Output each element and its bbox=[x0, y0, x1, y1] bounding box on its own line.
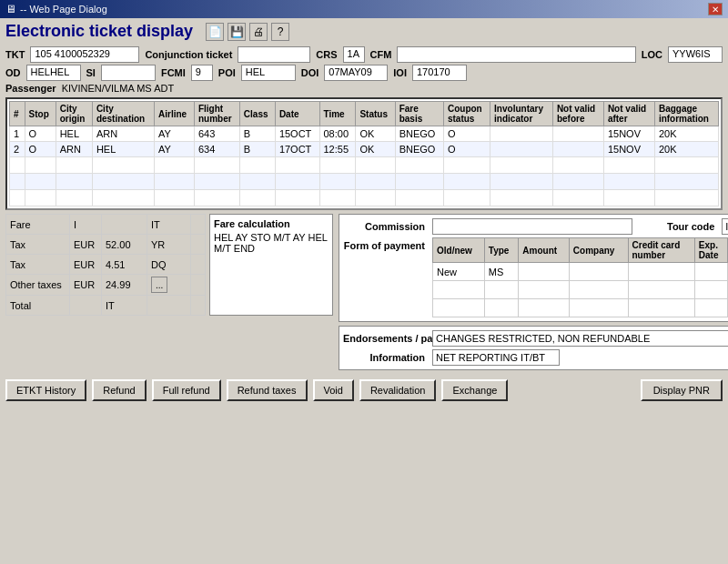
fcmi-value: 9 bbox=[191, 65, 213, 81]
poi-value: HEL bbox=[241, 65, 296, 81]
endorsements-label: Endorsements / payment restrictions bbox=[343, 333, 425, 344]
doi-label: DOI bbox=[301, 67, 319, 78]
flight-cell: 643 bbox=[194, 126, 239, 142]
flight-cell: 15NOV bbox=[603, 126, 654, 142]
commission-section: Commission Tour code Form of payment Old… bbox=[339, 214, 728, 322]
passenger-row: Passenger KIVINEN/VILMA MS ADT bbox=[5, 83, 723, 94]
flight-cell: O bbox=[25, 142, 56, 157]
display-pnr-button[interactable]: Display PNR bbox=[641, 379, 723, 401]
flight-cell: 15OCT bbox=[275, 126, 319, 142]
col-status: Status bbox=[356, 102, 395, 126]
passenger-label: Passenger bbox=[5, 83, 56, 94]
title-bar-text: -- Web Page Dialog bbox=[20, 4, 107, 15]
fare-extra bbox=[191, 255, 206, 275]
exchange-button[interactable]: Exchange bbox=[441, 379, 508, 401]
bottom-buttons: ETKT History Refund Full refund Refund t… bbox=[5, 376, 723, 405]
refund-taxes-button[interactable]: Refund taxes bbox=[227, 379, 308, 401]
information-input[interactable] bbox=[432, 349, 560, 366]
flight-cell: O bbox=[443, 142, 490, 157]
col-baggage: Baggageinformation bbox=[654, 102, 718, 126]
tour-code-input[interactable] bbox=[722, 218, 728, 235]
flight-cell bbox=[552, 142, 603, 157]
payment-row-empty1 bbox=[433, 281, 729, 299]
toolbar: 📄 💾 🖨 ? bbox=[206, 23, 289, 41]
fare-amount bbox=[102, 215, 147, 235]
fare-label: Tax bbox=[6, 255, 70, 275]
close-button[interactable]: ✕ bbox=[708, 3, 723, 15]
col-date: Date bbox=[275, 102, 319, 126]
doi-value: 07MAY09 bbox=[324, 65, 388, 81]
fare-label: Total bbox=[6, 296, 70, 316]
fare-calc: Fare calculation HEL AY STO M/T AY HEL M… bbox=[209, 214, 333, 316]
col-time: Time bbox=[319, 102, 356, 126]
fare-currency bbox=[70, 296, 102, 316]
fare-extra bbox=[191, 296, 206, 316]
information-label: Information bbox=[343, 352, 425, 363]
col-num: # bbox=[10, 102, 25, 126]
ioi-label: IOI bbox=[393, 67, 407, 78]
flight-table: # Stop Cityorigin Citydestination Airlin… bbox=[9, 101, 719, 206]
flight-cell: AY bbox=[155, 126, 195, 142]
col-stop: Stop bbox=[25, 102, 56, 126]
revalidation-button[interactable]: Revalidation bbox=[359, 379, 437, 401]
other-taxes-expand-button[interactable]: ... bbox=[151, 277, 167, 293]
pay-col-company: Company bbox=[569, 238, 628, 263]
conjunction-label: Conjunction ticket bbox=[145, 49, 232, 60]
flight-cell: 12:55 bbox=[319, 142, 356, 157]
col-involuntary: Involuntaryindicator bbox=[490, 102, 553, 126]
fare-code: ... bbox=[147, 275, 191, 296]
etkt-history-button[interactable]: ETKT History bbox=[5, 379, 86, 401]
toolbar-help-icon[interactable]: ? bbox=[271, 23, 289, 41]
fare-label: Fare bbox=[6, 215, 70, 235]
fare-code: DQ bbox=[147, 255, 191, 275]
toolbar-print-icon[interactable]: 🖨 bbox=[249, 23, 268, 41]
fare-table: FareIITTaxEUR52.00YRTaxEUR4.51DQOther ta… bbox=[5, 214, 206, 316]
fare-amount: IT bbox=[102, 296, 147, 316]
col-city-origin: Cityorigin bbox=[56, 102, 92, 126]
void-button[interactable]: Void bbox=[313, 379, 354, 401]
fare-currency: EUR bbox=[70, 275, 102, 296]
ioi-value: 170170 bbox=[412, 65, 467, 81]
fare-extra bbox=[191, 235, 206, 255]
pay-amount bbox=[519, 263, 569, 281]
crs-value: 1A bbox=[343, 46, 365, 63]
flight-cell: OK bbox=[356, 126, 395, 142]
page-title: Electronic ticket display bbox=[5, 22, 193, 41]
payment-table: Old/new Type Amount Company Credit cardn… bbox=[432, 237, 728, 317]
fare-code: YR bbox=[147, 235, 191, 255]
flight-table-panel: # Stop Cityorigin Citydestination Airlin… bbox=[5, 97, 723, 210]
flight-cell: 2 bbox=[10, 142, 25, 157]
page-header: Electronic ticket display 📄 💾 🖨 ? bbox=[5, 22, 723, 41]
flight-cell: ARN bbox=[56, 142, 92, 157]
toolbar-save-icon[interactable]: 💾 bbox=[228, 23, 246, 41]
flight-cell: B bbox=[239, 142, 275, 157]
pay-col-amount: Amount bbox=[519, 238, 569, 263]
fare-row: FareIIT bbox=[6, 215, 206, 235]
pay-col-expdate: Exp.Date bbox=[694, 238, 727, 263]
pay-oldnew: New bbox=[433, 263, 485, 281]
flight-cell: O bbox=[443, 126, 490, 142]
fare-label: Other taxes bbox=[6, 275, 70, 296]
fare-calc-text: HEL AY STO M/T AY HEL M/T END bbox=[214, 232, 329, 254]
fare-extra bbox=[191, 275, 206, 296]
fare-code bbox=[147, 296, 191, 316]
fcmi-label: FCMI bbox=[161, 67, 186, 78]
commission-label: Commission bbox=[343, 221, 425, 232]
fare-row: Other taxesEUR24.99... bbox=[6, 275, 206, 296]
refund-button[interactable]: Refund bbox=[92, 379, 146, 401]
flight-cell bbox=[552, 126, 603, 142]
col-airline: Airline bbox=[155, 102, 195, 126]
title-bar: 🖥 -- Web Page Dialog ✕ bbox=[0, 0, 728, 18]
fare-row: TaxEUR52.00YR bbox=[6, 235, 206, 255]
full-refund-button[interactable]: Full refund bbox=[152, 379, 221, 401]
flight-cell: BNEGO bbox=[395, 142, 443, 157]
pay-type: MS bbox=[484, 263, 518, 281]
toolbar-doc-icon[interactable]: 📄 bbox=[206, 23, 224, 41]
col-city-dest: Citydestination bbox=[92, 102, 154, 126]
fare-label: Tax bbox=[6, 235, 70, 255]
commission-input[interactable] bbox=[432, 218, 632, 235]
col-not-valid-after: Not validafter bbox=[603, 102, 654, 126]
tour-code-label: Tour code bbox=[667, 221, 714, 232]
endorsements-section: Endorsements / payment restrictions Info… bbox=[339, 326, 728, 370]
endorsements-input[interactable] bbox=[432, 330, 728, 347]
